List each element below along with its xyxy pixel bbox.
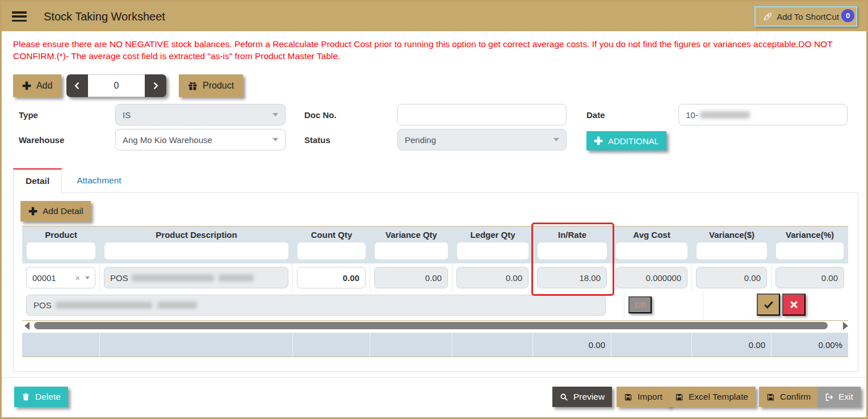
additional-button-label: ADDITIONAL	[608, 136, 659, 146]
date-label: Date	[586, 110, 605, 120]
delete-button[interactable]: Delete	[14, 387, 68, 407]
total-variance-pct: 0.00%	[771, 333, 848, 357]
total-variance-amt: 0.00	[692, 333, 771, 357]
save-icon	[675, 393, 684, 401]
scroll-right-icon[interactable]	[843, 322, 848, 330]
next-record-button[interactable]	[145, 74, 166, 97]
excel-template-button[interactable]: Excel Template	[668, 387, 756, 407]
column-header-avg-cost: Avg Cost	[611, 230, 692, 240]
detail-panel: ✚ Add Detail Product Product Description…	[13, 192, 858, 372]
filter-count-qty-input[interactable]	[297, 242, 366, 259]
filter-product-input[interactable]	[27, 242, 95, 259]
scrollbar-thumb[interactable]	[34, 322, 828, 329]
column-header-variance-qty: Variance Qty	[370, 230, 452, 240]
preview-button-label: Preview	[573, 392, 605, 402]
warehouse-label: Warehouse	[19, 135, 64, 145]
type-label: Type	[19, 110, 38, 120]
rocket-icon	[762, 12, 772, 22]
doc-no-input[interactable]	[397, 104, 567, 125]
redacted-date-text	[700, 111, 750, 119]
tab-bar: Detail Attachment	[13, 168, 136, 193]
table-edit-row: POS Z/R	[22, 292, 848, 319]
tab-attachment[interactable]: Attachment	[62, 168, 136, 193]
product-button[interactable]: Product	[179, 74, 243, 97]
confirm-button[interactable]: Confirm	[759, 387, 818, 407]
ledger-qty-field: 0.00	[456, 267, 529, 288]
record-number-input[interactable]	[88, 74, 145, 97]
warehouse-select[interactable]: Ang Mo Kio Warehouse	[115, 129, 286, 150]
x-icon	[790, 300, 798, 309]
column-header-in-rate: In/Rate	[533, 230, 611, 240]
add-to-shortcut-button[interactable]: Add To ShortCut 0	[754, 6, 857, 27]
save-icon	[766, 393, 775, 401]
column-header-product: Product	[22, 230, 100, 240]
confirm-row-button[interactable]	[757, 294, 780, 316]
filter-variance-pct-input[interactable]	[776, 242, 844, 259]
type-select[interactable]: IS	[115, 104, 286, 125]
status-select[interactable]: Pending	[397, 129, 567, 150]
redacted-description-text	[132, 274, 214, 282]
previous-record-button[interactable]	[66, 74, 88, 97]
variance-pct-field: 0.00	[775, 267, 844, 288]
zero-rate-button[interactable]: Z/R	[628, 296, 652, 313]
preview-button[interactable]: Preview	[552, 387, 612, 407]
footer-divider	[2, 377, 866, 378]
page-title: Stock Taking Worksheet	[44, 10, 165, 23]
filter-variance-qty-input[interactable]	[375, 242, 448, 259]
tab-detail-label: Detail	[26, 176, 49, 186]
check-icon	[764, 300, 774, 310]
column-header-count-qty: Count Qty	[293, 230, 370, 240]
filter-ledger-qty-input[interactable]	[457, 242, 529, 259]
shortcut-count-badge: 0	[841, 9, 854, 22]
variance-qty-field: 0.00	[374, 267, 448, 288]
add-button[interactable]: ✚ Add	[13, 74, 61, 97]
description-prefix: POS	[110, 273, 128, 283]
in-rate-field: 18.00	[537, 267, 607, 288]
chevron-down-icon	[553, 138, 559, 141]
column-header-variance-pct: Variance(%)	[771, 230, 848, 240]
column-header-variance-amt: Variance($)	[692, 230, 771, 240]
edit-description-field: POS	[26, 295, 606, 316]
additional-button[interactable]: ✚ ADDITIONAL	[586, 131, 666, 150]
plus-icon: ✚	[594, 136, 603, 146]
trash-icon	[22, 392, 30, 401]
chevron-down-icon	[85, 276, 90, 279]
warning-message: Please ensure there are NO NEGATIVE stoc…	[13, 38, 856, 62]
scroll-left-icon[interactable]	[24, 322, 30, 330]
filter-description-input[interactable]	[104, 242, 288, 259]
product-code-value: 00001	[32, 273, 56, 283]
hamburger-menu-icon[interactable]	[12, 11, 27, 22]
total-in-rate: 0.00	[533, 333, 611, 357]
table-row: 00001 × POS 0.00 0.00 0.00 18.00 0.00000…	[22, 263, 848, 292]
redacted-description-text	[157, 301, 197, 309]
horizontal-scrollbar	[22, 320, 848, 330]
product-button-label: Product	[203, 81, 234, 91]
scrollbar-track[interactable]	[34, 322, 840, 329]
add-detail-button[interactable]: ✚ Add Detail	[20, 201, 91, 221]
stock-taking-worksheet-page: Stock Taking Worksheet Add To ShortCut 0…	[0, 0, 868, 419]
product-code-select[interactable]: 00001 ×	[26, 267, 95, 288]
filter-avg-cost-input[interactable]	[616, 242, 687, 259]
product-description-field: POS	[104, 267, 288, 288]
exit-button[interactable]: Exit	[817, 387, 861, 407]
import-button[interactable]: Import	[617, 387, 670, 407]
edit-description-prefix: POS	[33, 300, 52, 310]
count-qty-input[interactable]: 0.00	[297, 267, 366, 288]
date-input[interactable]: 10-	[678, 104, 848, 125]
filter-in-rate-input[interactable]	[538, 242, 607, 259]
record-navigator	[66, 74, 166, 97]
warehouse-value: Ang Mo Kio Warehouse	[123, 135, 212, 145]
column-header-ledger-qty: Ledger Qty	[452, 230, 533, 240]
delete-row-button[interactable]	[782, 294, 806, 316]
clear-icon[interactable]: ×	[75, 273, 80, 283]
add-detail-button-label: Add Detail	[43, 206, 83, 216]
delete-button-label: Delete	[35, 392, 61, 402]
tab-detail[interactable]: Detail	[13, 168, 62, 193]
plus-icon: ✚	[22, 81, 31, 91]
exit-button-label: Exit	[838, 392, 853, 402]
date-value: 10-	[686, 110, 698, 120]
type-value: IS	[123, 110, 131, 120]
avg-cost-field: 0.000000	[615, 267, 687, 288]
variance-amt-field: 0.00	[696, 267, 767, 288]
filter-variance-amt-input[interactable]	[697, 242, 767, 259]
